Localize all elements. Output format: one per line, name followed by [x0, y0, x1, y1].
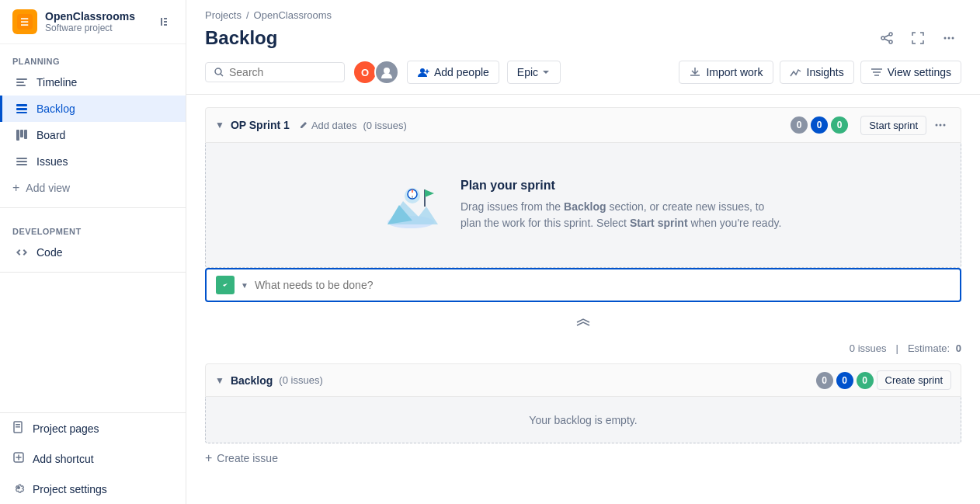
sidebar: ☰ OpenClassrooms Software project PLANNI…	[0, 0, 186, 504]
insights-icon	[790, 66, 802, 78]
share-button[interactable]	[874, 26, 899, 50]
backlog-toggle-icon[interactable]: ▼	[215, 375, 224, 386]
create-issue-row[interactable]: + Create issue	[205, 443, 961, 473]
plan-sprint-description: Drag issues from the Backlog section, or…	[460, 199, 787, 231]
sprint-more-button[interactable]	[930, 114, 951, 136]
svg-rect-8	[16, 130, 19, 141]
sidebar-divider	[0, 207, 186, 208]
sprint-edit-dates[interactable]: Add dates	[299, 120, 357, 131]
sprint-empty-state: Plan your sprint Drag issues from the Ba…	[205, 143, 961, 268]
sidebar-collapse-button[interactable]	[155, 12, 173, 31]
estimate-text: Estimate:	[908, 342, 950, 354]
sprint-section: ▼ OP Sprint 1 Add dates (0 issues) 0 0 0…	[205, 107, 961, 302]
sidebar-item-timeline[interactable]: Timeline	[0, 69, 186, 96]
add-people-icon	[417, 66, 429, 78]
issues-count-row: 0 issues | Estimate: 0	[205, 339, 961, 363]
issue-type-icon	[216, 276, 235, 294]
add-view-button[interactable]: + Add view	[0, 175, 186, 201]
more-options-button[interactable]	[937, 26, 961, 50]
import-work-button[interactable]: Import work	[679, 61, 773, 84]
sprint-badge-blue: 0	[811, 116, 828, 134]
issues-count-label: 0 issues	[850, 342, 887, 354]
breadcrumb-projects[interactable]: Projects	[205, 9, 242, 21]
sprint-badge-green: 0	[831, 116, 848, 134]
sprint-badges: 0 0 0 Start sprint	[791, 114, 951, 136]
svg-point-21	[944, 37, 947, 40]
sidebar-item-project-settings[interactable]: Project settings	[0, 474, 186, 504]
svg-marker-38	[425, 189, 434, 197]
add-view-label: Add view	[26, 182, 70, 194]
sprint-toggle-icon[interactable]: ▼	[215, 120, 224, 130]
planning-section-label: PLANNING	[0, 44, 186, 69]
settings-icon	[12, 481, 25, 496]
issues-icon	[15, 155, 29, 169]
avatars-group: O	[353, 60, 399, 85]
avatar-user2[interactable]	[374, 60, 399, 85]
import-work-label: Import work	[706, 66, 763, 78]
svg-text:☰: ☰	[20, 17, 29, 28]
issues-label: Issues	[36, 155, 68, 168]
section-divider[interactable]	[205, 311, 961, 339]
breadcrumb-separator: /	[246, 9, 249, 21]
issues-count-separator: |	[896, 342, 898, 354]
estimate-label: Estimate: 0	[908, 342, 961, 354]
svg-point-23	[952, 37, 954, 40]
code-icon	[15, 245, 29, 259]
svg-rect-10	[24, 130, 27, 139]
svg-rect-7	[16, 112, 27, 113]
project-logo: ☰	[12, 9, 37, 34]
backlog-badges: 0 0 0 Create sprint	[816, 370, 951, 390]
sidebar-item-project-pages[interactable]: Project pages	[0, 413, 186, 443]
sidebar-item-add-shortcut[interactable]: Add shortcut	[0, 443, 186, 474]
svg-rect-12	[16, 161, 27, 162]
search-input[interactable]	[229, 66, 322, 78]
create-sprint-button[interactable]: Create sprint	[877, 370, 951, 390]
breadcrumb: Projects / OpenClassrooms	[205, 9, 961, 21]
svg-rect-3	[16, 82, 24, 83]
svg-rect-4	[16, 85, 26, 86]
create-issue-plus-icon: +	[205, 451, 212, 465]
svg-rect-9	[20, 130, 23, 137]
start-sprint-button[interactable]: Start sprint	[860, 116, 926, 135]
sidebar-item-issues[interactable]: Issues	[0, 148, 186, 175]
svg-point-20	[889, 40, 892, 43]
content-area: ▼ OP Sprint 1 Add dates (0 issues) 0 0 0…	[186, 95, 980, 504]
backlog-header: ▼ Backlog (0 issues) 0 0 0 Create sprint	[205, 363, 961, 397]
add-dates-label: Add dates	[311, 120, 357, 131]
toolbar-right-actions: Import work Insights View settings	[679, 61, 961, 84]
epic-button[interactable]: Epic	[507, 61, 561, 84]
backlog-empty-label: Your backlog is empty.	[529, 414, 637, 426]
plan-sprint-title: Plan your sprint	[460, 179, 787, 193]
divider-icon	[574, 318, 593, 333]
svg-point-29	[944, 124, 946, 127]
backlog-issue-count: (0 issues)	[279, 374, 322, 386]
add-people-button[interactable]: Add people	[407, 61, 499, 84]
backlog-badge-gray: 0	[816, 372, 833, 389]
svg-point-25	[384, 68, 390, 74]
sidebar-header: ☰ OpenClassrooms Software project	[0, 0, 186, 44]
epic-label: Epic	[517, 66, 538, 78]
insights-label: Insights	[807, 66, 844, 78]
development-section-label: DEVELOPMENT	[0, 214, 186, 239]
breadcrumb-current: OpenClassrooms	[254, 9, 332, 21]
issue-input[interactable]	[255, 279, 950, 291]
svg-rect-2	[16, 78, 27, 80]
sidebar-item-backlog[interactable]: Backlog	[0, 96, 186, 122]
sprint-more-icon	[934, 119, 947, 131]
view-settings-button[interactable]: View settings	[860, 61, 961, 84]
insights-button[interactable]: Insights	[780, 61, 854, 84]
sidebar-item-board[interactable]: Board	[0, 122, 186, 148]
sidebar-divider-2	[0, 272, 186, 273]
project-pages-label: Project pages	[33, 422, 99, 435]
page-title-row: Backlog	[205, 26, 961, 50]
main-content: Projects / OpenClassrooms Backlog	[186, 0, 980, 504]
sidebar-item-code[interactable]: Code	[0, 239, 186, 266]
issue-type-chevron[interactable]: ▼	[241, 281, 248, 290]
estimate-value: 0	[956, 342, 961, 354]
search-box	[205, 62, 345, 82]
backlog-badge-blue: 0	[836, 372, 853, 389]
fullscreen-button[interactable]	[905, 26, 930, 50]
timeline-label: Timeline	[36, 76, 77, 89]
chevron-down-icon	[541, 68, 551, 77]
plus-icon: +	[12, 181, 19, 195]
